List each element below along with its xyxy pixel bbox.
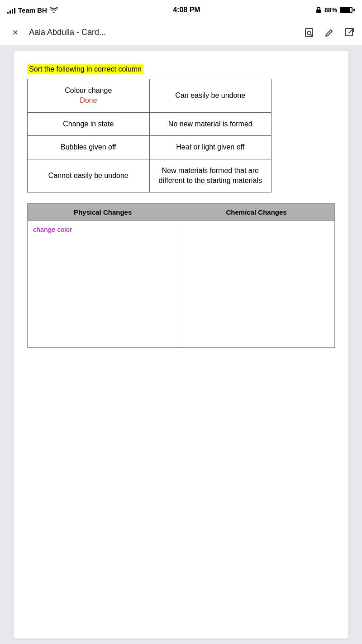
sort-table: Physical Changes Chemical Changes change… (27, 203, 335, 348)
svg-line-3 (310, 34, 312, 36)
sort-header-physical: Physical Changes (28, 204, 178, 221)
svg-rect-0 (316, 10, 321, 13)
nav-bar: × Aala Abdulla - Card... (0, 20, 362, 45)
sort-header-chemical: Chemical Changes (178, 204, 335, 221)
table-row: Colour change Done Can easily be undone (28, 79, 272, 113)
ref-cell-right-3: Heat or light given off (149, 136, 272, 159)
lock-icon (315, 6, 322, 14)
reference-table: Colour change Done Can easily be undone … (27, 79, 272, 192)
signal-icon (7, 6, 15, 14)
ref-cell-left-1: Colour change Done (28, 79, 150, 113)
battery-icon (340, 7, 355, 13)
sort-chemical-cell (178, 221, 335, 348)
svg-rect-4 (345, 29, 352, 36)
edit-icon (324, 27, 335, 38)
ref-right-text-2: No new material is formed (168, 120, 252, 128)
status-bar: Team BH 4:08 PM 88% (0, 0, 362, 20)
document-card: Sort the following in correct column Col… (14, 51, 348, 639)
edit-button[interactable] (324, 27, 335, 38)
ref-cell-left-3: Bubbles given off (28, 136, 150, 159)
sort-table-body-row: change color (28, 221, 335, 348)
battery-percent: 88% (324, 6, 337, 14)
physical-entry: change color (33, 226, 72, 233)
ref-left-text-1: Colour change (65, 87, 112, 94)
close-button[interactable]: × (7, 27, 24, 38)
ref-cell-left-2: Change in state (28, 112, 150, 135)
ref-left-sub-1: Done (36, 96, 141, 106)
search-button[interactable] (304, 27, 315, 38)
content-area: Sort the following in correct column Col… (0, 45, 362, 644)
ref-left-text-3: Bubbles given off (61, 143, 116, 151)
ref-cell-right-1: Can easily be undone (149, 79, 272, 113)
ref-right-text-3: Heat or light given off (176, 143, 244, 151)
status-battery: 88% (315, 6, 355, 14)
ref-cell-right-4: New materials formed that are different … (149, 159, 272, 192)
ref-left-text-2: Change in state (63, 120, 114, 128)
ref-right-text-4: New materials formed that are different … (159, 167, 262, 184)
table-row: Bubbles given off Heat or light given of… (28, 136, 272, 159)
search-icon (304, 27, 315, 38)
status-time: 4:08 PM (173, 6, 200, 14)
ref-cell-right-2: No new material is formed (149, 112, 272, 135)
ref-left-text-4: Cannot easily be undone (48, 172, 129, 179)
table-row: Cannot easily be undone New materials fo… (28, 159, 272, 192)
open-external-icon (344, 27, 355, 38)
table-row: Change in state No new material is forme… (28, 112, 272, 135)
nav-title: Aala Abdulla - Card... (29, 28, 299, 37)
wifi-icon (50, 7, 58, 13)
sort-physical-cell: change color (28, 221, 178, 348)
ref-cell-left-4: Cannot easily be undone (28, 159, 150, 192)
sort-instruction: Sort the following in correct column (27, 64, 143, 74)
nav-icons (304, 27, 355, 38)
status-carrier: Team BH (7, 6, 58, 14)
open-external-button[interactable] (344, 27, 355, 38)
ref-right-text-1: Can easily be undone (175, 91, 245, 99)
sort-table-header-row: Physical Changes Chemical Changes (28, 204, 335, 221)
carrier-name: Team BH (18, 6, 47, 14)
